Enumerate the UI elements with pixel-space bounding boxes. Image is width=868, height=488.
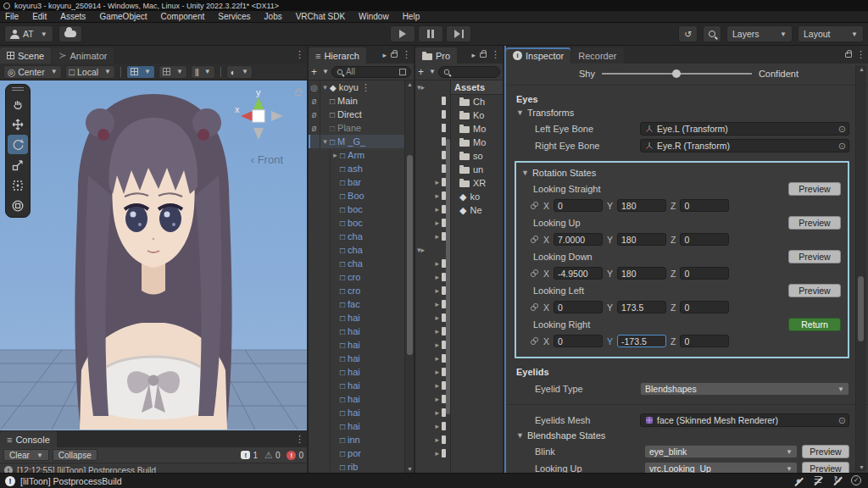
menu-item[interactable]: Services [218, 12, 250, 21]
project-tree-row[interactable]: ▸ [415, 108, 450, 121]
project-tree-row[interactable]: ▸ [415, 284, 450, 297]
link-icon[interactable] [530, 336, 539, 346]
asset-item[interactable]: ◆ Ne [451, 203, 503, 217]
visibility-toggle-icon[interactable] [319, 419, 331, 433]
gizmo-lock-icon[interactable] [295, 91, 302, 96]
foldout-arrow-icon[interactable]: ▸ [435, 219, 439, 227]
hierarchy-item[interactable]: □ Plane [309, 121, 404, 135]
visibility-toggle-icon[interactable] [309, 94, 320, 108]
scroll-up-icon[interactable]: ▲ [405, 81, 414, 87]
project-tree-row[interactable]: ▸ [415, 80, 450, 94]
project-tree-row[interactable]: ▸ [415, 148, 450, 162]
menu-item[interactable]: VRChat SDK [296, 12, 345, 21]
foldout-arrow-icon[interactable]: ▸ [435, 286, 439, 295]
foldout-arrow-icon[interactable]: ▸ [435, 273, 439, 281]
project-tree-row[interactable]: ▸ [415, 324, 450, 338]
project-tree-row[interactable]: ▸ [415, 270, 450, 284]
eyelids-mesh-field[interactable]: face (Skinned Mesh Renderer) ⊙ [640, 413, 849, 427]
hierarchy-item[interactable]: □ ash [309, 162, 404, 175]
foldout-arrow-icon[interactable]: ▸ [435, 449, 439, 458]
scroll-down-icon[interactable]: ▼ [405, 466, 414, 472]
panel-menu-icon[interactable]: ⋮ [295, 434, 304, 445]
project-tree-row[interactable]: ▸ [415, 243, 450, 257]
rotate-tool-button[interactable] [8, 135, 28, 154]
status-message[interactable]: [lilToon] PostprocessBuild [20, 476, 122, 486]
visibility-toggle-icon[interactable] [319, 148, 331, 162]
hierarchy-item[interactable]: □ hai [309, 311, 404, 324]
project-tree-row[interactable]: ▸ [415, 202, 450, 216]
project-tree-row[interactable]: ▸ [415, 352, 450, 365]
layers-dropdown[interactable]: Layers▼ [726, 25, 793, 42]
hierarchy-item[interactable]: □ inn [309, 433, 404, 446]
foldout-arrow-icon[interactable]: ▸ [435, 313, 439, 322]
object-picker-icon[interactable]: ⊙ [838, 124, 846, 135]
hierarchy-item[interactable]: □ hai [309, 379, 404, 392]
project-tree-row[interactable]: ▸ [415, 216, 450, 230]
project-tree-row[interactable]: ▸ [415, 446, 450, 460]
rotation-states-foldout[interactable]: ▼ Rotation States [521, 168, 841, 178]
visibility-toggle-icon[interactable] [319, 297, 331, 311]
console-collapse-button[interactable]: Collapse [53, 449, 97, 461]
visibility-toggle-icon[interactable] [319, 365, 331, 379]
debugger-disabled-icon[interactable]: ● [793, 475, 804, 485]
hierarchy-item[interactable]: □ bar [309, 175, 404, 189]
visibility-toggle-icon[interactable] [319, 406, 331, 419]
visibility-toggle-icon[interactable] [319, 379, 331, 392]
visibility-toggle-icon[interactable] [319, 230, 331, 243]
tab-scene[interactable]: Scene [0, 47, 51, 64]
preview-button[interactable]: Preview [802, 445, 849, 458]
hierarchy-item[interactable]: □ M _G_ [309, 135, 404, 148]
hierarchy-item[interactable]: □ Boo [309, 189, 404, 202]
tab-overflow-icon[interactable]: ▸ [382, 51, 387, 59]
project-tree-row[interactable]: ▸ [415, 189, 450, 202]
foldout-arrow-icon[interactable]: ▸ [435, 422, 439, 430]
foldout-arrow-icon[interactable]: ▸ [435, 259, 439, 268]
hierarchy-item[interactable]: □ cro [309, 284, 404, 297]
foldout-arrow-icon[interactable]: ▸ [435, 205, 439, 214]
asset-item[interactable]: ◆ Mo [451, 136, 503, 149]
asset-item[interactable]: ◆ Mo [451, 122, 503, 136]
hierarchy-item[interactable]: □ cha [309, 243, 404, 257]
asset-item[interactable]: ◆ Ch [451, 95, 503, 108]
visibility-toggle-icon[interactable] [319, 216, 331, 230]
foldout-arrow-icon[interactable]: ▸ [435, 232, 439, 241]
palette-drag-handle[interactable] [12, 87, 24, 91]
hierarchy-item[interactable]: □ boc [309, 202, 404, 216]
play-button[interactable] [390, 25, 415, 42]
visibility-toggle-icon[interactable] [319, 392, 331, 406]
hierarchy-item[interactable]: □ fac [309, 297, 404, 311]
pivot-mode-button[interactable]: ◎Center▼ [3, 65, 62, 79]
step-button[interactable] [446, 25, 471, 42]
preview-button[interactable]: Preview [788, 250, 841, 263]
asset-item[interactable]: ◆ so [451, 149, 503, 163]
gizmo-front-label[interactable]: ‹ Front [251, 153, 283, 166]
project-tree-row[interactable]: ▸ [415, 94, 450, 108]
preview-button[interactable]: Preview [788, 182, 841, 196]
panel-menu-icon[interactable]: ⋮ [295, 49, 304, 60]
project-tree-row[interactable]: ▸ [415, 162, 450, 175]
foldout-arrow-icon[interactable]: ▸ [435, 395, 439, 403]
hierarchy-item[interactable]: □ Arm [309, 148, 404, 162]
preview-button[interactable]: Preview [802, 462, 849, 473]
transform-tool-button[interactable] [8, 196, 28, 215]
console-warning-toggle[interactable]: ⚠0 [264, 450, 280, 461]
shading-mode-button[interactable]: ◐▼ [226, 65, 253, 79]
cloud-services-button[interactable] [58, 25, 82, 42]
link-icon[interactable] [530, 302, 539, 312]
preview-button[interactable]: Preview [788, 284, 841, 297]
hierarchy-scene-row[interactable]: ◎ ▾ ◆ koyu ⋮ [309, 80, 404, 94]
menu-item[interactable]: File [5, 12, 19, 21]
preview-button[interactable]: Preview [788, 216, 841, 230]
hierarchy-scrollbar[interactable]: ▲ ▼ [404, 80, 414, 473]
scroll-down-icon[interactable]: ▼ [857, 464, 866, 470]
object-picker-icon[interactable]: ⊙ [838, 141, 846, 152]
blendshape-dropdown[interactable]: eye_blink ▼ [644, 445, 798, 458]
z-value-input[interactable]: 0 [680, 199, 729, 212]
project-tree-row[interactable]: ▸ [415, 419, 450, 433]
visibility-toggle-icon[interactable] [319, 311, 331, 324]
layout-dropdown[interactable]: Layout▼ [798, 25, 864, 42]
visibility-toggle-icon[interactable] [319, 324, 331, 338]
foldout-arrow-icon[interactable]: ▸ [435, 327, 439, 336]
lock-icon[interactable] [480, 53, 487, 58]
tab-overflow-icon[interactable]: ▸ [471, 51, 476, 59]
